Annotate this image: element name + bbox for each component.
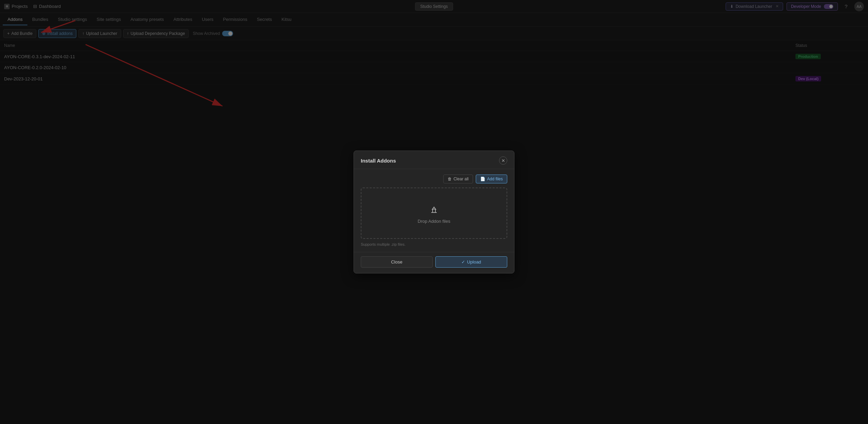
check-icon: ✓: [461, 259, 465, 265]
file-icon: 📄: [480, 177, 485, 181]
svg-rect-0: [433, 209, 435, 213]
modal-actions: 🗑 Clear all 📄 Add files: [361, 175, 507, 183]
modal-header: Install Addons ✕: [354, 151, 514, 169]
drop-zone-text: Drop Addon files: [418, 219, 450, 224]
modal-close-button[interactable]: ✕: [499, 156, 507, 165]
clear-all-button[interactable]: 🗑 Clear all: [443, 175, 473, 183]
modal-title: Install Addons: [361, 158, 396, 164]
drop-zone[interactable]: Drop Addon files: [361, 188, 507, 239]
trash-icon: 🗑: [448, 177, 452, 181]
close-button[interactable]: Close: [361, 256, 433, 268]
install-addons-modal: Install Addons ✕ 🗑 Clear all 📄 Add files: [354, 151, 514, 273]
clear-all-label: Clear all: [454, 177, 469, 181]
add-files-button[interactable]: 📄 Add files: [476, 175, 507, 183]
modal-body: 🗑 Clear all 📄 Add files Drop Addon files…: [354, 169, 514, 252]
upload-label: Upload: [467, 259, 481, 265]
add-files-label: Add files: [487, 177, 503, 181]
drop-upload-icon: [428, 203, 440, 215]
supports-text: Supports multiple .zip files.: [361, 242, 507, 246]
upload-button[interactable]: ✓ Upload: [435, 256, 507, 268]
modal-overlay: Install Addons ✕ 🗑 Clear all 📄 Add files: [0, 0, 868, 424]
modal-footer: Close ✓ Upload: [354, 252, 514, 273]
